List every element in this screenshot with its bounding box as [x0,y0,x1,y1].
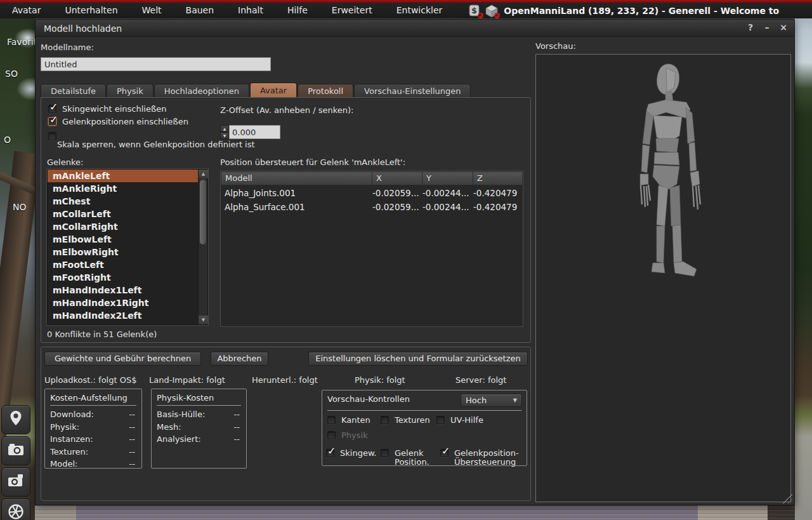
menu-erweitert[interactable]: Erweitert [320,3,384,18]
cost-row: Analysiert:-- [157,433,240,446]
column-header-z[interactable]: Z [473,172,522,185]
tab-physik[interactable]: Physik [107,84,154,98]
region-location-text[interactable]: OpenManniLand (189, 233, 22) - Generell … [504,6,779,16]
joint-list-item[interactable]: mHandIndex1Right [48,297,199,309]
compass-no-label: NO [13,202,27,212]
physics-cost-panel: Physik-Kosten Basis-Hülle:-- Mesh:-- Ana… [151,389,247,469]
check-icon: ✓ [442,445,450,457]
joint-list-item[interactable]: mElbowLeft [48,233,199,246]
viewer-screen: Favorit SO O NO Avatar Unterhalten Welt … [0,0,812,520]
table-row[interactable]: Alpha_Joints.001 -0.02059... -0.00244...… [221,187,523,199]
arrow-down-icon: ▼ [202,317,205,323]
table-row[interactable]: Alpha_Surface.001 -0.02059... -0.00244..… [221,201,523,213]
camera-controls-button[interactable] [1,467,30,497]
chevron-down-icon: ▼ [513,397,517,403]
checkbox-box: ✓ [48,117,56,126]
tab-hochladeoptionen[interactable]: Hochladeoptionen [154,84,249,98]
joint-list-item[interactable]: mHandIndex2Left [48,309,199,322]
minimize-button[interactable]: – [763,22,771,32]
checkbox-joint-positions[interactable]: ✓ Gelenkpositionen einschließen [48,117,188,126]
tab-detailstufe[interactable]: Detailstufe [41,84,106,98]
checkbox-box [436,416,445,424]
joint-list-item[interactable]: mFootLeft [48,258,199,271]
column-header-x[interactable]: X [372,172,422,185]
column-header-y[interactable]: Y [422,172,473,185]
download-stat: Herunterl.: folgt [252,375,318,385]
arrow-down-icon: ▼ [223,133,226,138]
calculate-button[interactable]: Gewichte und Gebühr berechnen [44,352,201,366]
checkbox-skin-weights[interactable]: ✓ Skingewicht einschließen [48,105,166,114]
joint-list-item[interactable]: mFootRight [48,271,199,284]
cost-row: Basis-Hülle:-- [157,408,240,421]
shutter-button[interactable] [1,498,30,520]
tab-avatar[interactable]: Avatar [250,83,297,98]
landmark-button[interactable] [1,405,30,434]
checkbox-textures[interactable]: Texturen [381,416,430,425]
upload-model-dialog: Modell hochladen ? – × Modellname: Detai… [35,19,795,505]
compass-o-label: O [4,135,11,145]
menu-bauen[interactable]: Bauen [174,3,226,18]
z-offset-spinner: ▲ ▼ [220,125,280,139]
menu-avatar[interactable]: Avatar [0,3,53,18]
tab-vorschau-einstellungen[interactable]: Vorschau-Einstellungen [354,84,471,98]
joint-list-item[interactable]: mCollarRight [48,220,199,233]
joints-list[interactable]: mAnkleLeft mAnkleRight mChest mCollarLef… [47,169,208,325]
scroll-up-button[interactable]: ▲ [199,170,208,178]
checkbox-joint-override-preview[interactable]: ✓ Gelenkposition-Übersteuerung [440,449,524,467]
z-offset-label: Z-Offset (Av. anheben / senken): [220,105,353,115]
preview-detail-dropdown[interactable]: Hoch ▼ [461,394,522,407]
menu-welt[interactable]: Welt [130,3,174,18]
joint-list-item[interactable]: mChest [48,195,199,208]
compass-so-label: SO [5,69,18,79]
divider [327,410,521,411]
world-scene-bottom [35,505,795,520]
joint-list-item[interactable]: mAnkleLeft [48,170,199,182]
left-toolbar [1,405,32,520]
z-offset-input[interactable] [229,125,280,139]
reset-button[interactable]: Einstellungen löschen und Formular zurüc… [308,352,528,366]
checkbox-edges[interactable]: Kanten [327,416,370,425]
tab-protokoll[interactable]: Protokoll [298,84,353,98]
checkbox-uv-guide[interactable]: UV-Hilfe [436,416,483,425]
dialog-titlebar[interactable]: Modell hochladen ? – × [36,20,794,37]
menu-unterhalten[interactable]: Unterhalten [53,3,129,18]
scroll-down-button[interactable]: ▼ [199,316,208,324]
checkbox-joint-position-preview[interactable]: Gelenk Position. [381,449,435,467]
model-preview-viewport[interactable] [535,54,791,502]
joint-list-item[interactable]: mCollarLeft [48,208,199,220]
menu-entwickler[interactable]: Entwickler [384,3,455,18]
server-stat: Server: folgt [455,375,506,385]
scrollbar-thumb[interactable] [199,179,207,245]
blocked-badge [494,13,500,18]
joint-list-item[interactable]: mElbowRight [48,246,199,258]
spin-down-button[interactable]: ▼ [220,132,229,139]
joints-scrollbar[interactable]: ▲ ▼ [198,170,207,324]
avatar-mannequin-preview [597,60,737,282]
spin-up-button[interactable]: ▲ [220,125,229,132]
upload-cost-stat: Uploadkost.: folgt OS$ [44,375,136,385]
menu-hilfe[interactable]: Hilfe [275,3,320,18]
checkbox-lock-scale[interactable] [48,132,56,140]
joint-list-item[interactable]: mAnkleRight [48,182,199,195]
close-button[interactable]: × [779,22,788,32]
dialog-title: Modell hochladen [44,23,122,34]
joint-list-item[interactable]: mHandIndex1Left [48,284,199,297]
cost-row: Mesh:-- [157,421,240,434]
cost-breakdown-panel: Kosten-Aufstellung Download:-- Physik:--… [44,389,142,469]
position-override-table[interactable]: Modell X Y Z Alpha_Joints.001 -0.02059..… [220,171,523,327]
arrow-up-icon: ▲ [202,171,205,177]
lock-scale-label: Skala sperren, wenn Gelenkposition defin… [57,140,255,149]
column-header-modell[interactable]: Modell [221,172,372,185]
table-header: Modell X Y Z [221,171,523,185]
help-button[interactable]: ? [746,22,755,32]
physics-stat: Physik: folgt [355,375,405,385]
model-name-input[interactable] [41,57,271,71]
cancel-button[interactable]: Abbrechen [211,352,268,366]
menu-inhalt[interactable]: Inhalt [226,3,275,18]
position-override-title: Position übersteuert für Gelenk 'mAnkleL… [220,157,405,167]
checkbox-skin-weights-preview[interactable]: ✓ Skingew. [326,449,376,458]
build-blocked-icon [485,4,499,18]
arrow-up-icon: ▲ [223,126,226,131]
check-icon: ✓ [327,445,336,457]
snapshot-button[interactable] [1,436,30,465]
